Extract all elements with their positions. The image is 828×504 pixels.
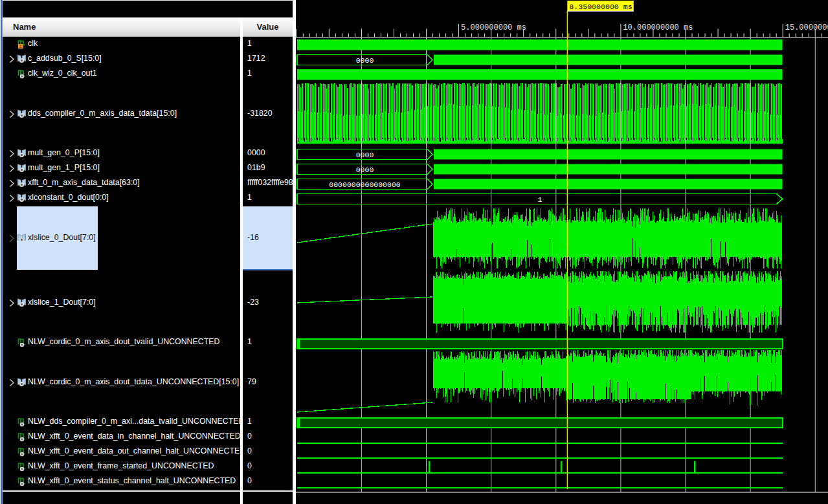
svg-text:10.000000000 ms: 10.000000000 ms — [623, 23, 693, 32]
svg-text:0000: 0000 — [356, 166, 374, 174]
svg-text:5.000000000 ms: 5.000000000 ms — [461, 23, 526, 32]
svg-text:0000: 0000 — [356, 56, 374, 65]
svg-text:0000000000000000: 0000000000000000 — [329, 181, 401, 189]
svg-text:0000: 0000 — [356, 151, 374, 159]
svg-text:15.000000000 ms: 15.000000000 ms — [785, 23, 828, 32]
svg-text:8.350000000 ms: 8.350000000 ms — [569, 3, 632, 11]
svg-text:1: 1 — [538, 195, 543, 204]
